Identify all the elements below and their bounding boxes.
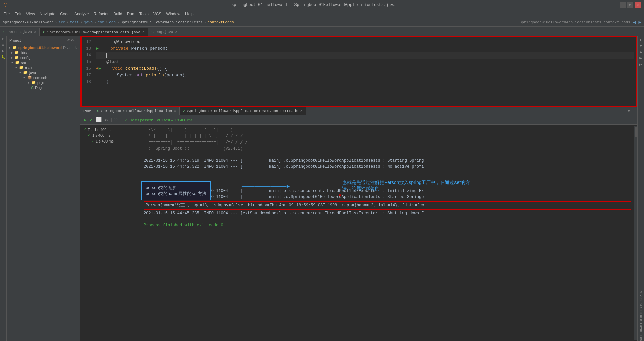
window-controls[interactable]: — ❐ ✕: [620, 2, 641, 8]
menu-code[interactable]: Code: [58, 11, 72, 17]
breakpoint-icon: ●: [96, 65, 99, 72]
menu-vcs[interactable]: VCS: [151, 11, 164, 17]
tree-idea[interactable]: ▶ 📁 .idea: [7, 50, 80, 55]
callout-arrow: ──────────────►: [241, 184, 290, 190]
callout-left-container: person类的无参 person类的name属性的set方法: [141, 181, 211, 200]
favorites-icon[interactable]: Favorites: [639, 323, 643, 341]
hide-icon[interactable]: —: [632, 109, 635, 113]
menu-view[interactable]: View: [24, 11, 37, 17]
run-check-button[interactable]: ✓: [89, 117, 93, 123]
project-gear-icon[interactable]: ⚙: [71, 38, 74, 43]
project-minimize-icon[interactable]: —: [75, 38, 77, 43]
sidebar-structure-icon[interactable]: ≡: [2, 43, 4, 47]
tab-tests-java[interactable]: C Springboot01HellowordApplicationTests.…: [40, 28, 148, 36]
nav-method[interactable]: contextLoads: [208, 20, 234, 24]
code-content[interactable]: @Autowired ▶ private Person person; @Tes…: [93, 37, 636, 106]
tree-root[interactable]: ▼ 📁 springboot-01-helloword D:\code\sp: [7, 45, 80, 50]
test-result-label: Tests passed: 1 of 1 test – 1 s 400 ms: [130, 118, 193, 122]
right-sidebar-icon4[interactable]: ⏮: [639, 56, 643, 60]
project-panel-icons: ⟳ ⚙ —: [67, 38, 77, 43]
project-sync-icon[interactable]: ⟳: [67, 38, 70, 43]
person-output-box: Person{name='张三', age=18, isHappy=false,…: [144, 201, 631, 210]
test-node-grandchild-label: 1 s 400 ms: [96, 139, 114, 143]
nav-project[interactable]: springboot-01-helloword: [3, 20, 54, 24]
breadcrumb-bar: springboot-01-helloword › src › test › j…: [0, 18, 644, 27]
test-node-grandchild[interactable]: ✓ 1 s 400 ms: [82, 138, 139, 144]
nav-test[interactable]: test: [70, 20, 79, 24]
structure-icon[interactable]: Structure: [639, 303, 643, 321]
tab-person-java[interactable]: C Person.java ×: [0, 28, 40, 36]
menu-run[interactable]: Run: [125, 11, 137, 17]
menu-tools[interactable]: Tools: [137, 11, 151, 17]
run-play-button[interactable]: ▶: [83, 117, 87, 123]
test-node-child-label: '1 s 400 ms: [92, 133, 110, 137]
menu-refactor[interactable]: Refactor: [92, 11, 111, 17]
maximize-button[interactable]: ❐: [627, 2, 633, 8]
tree-dog-label: Dog: [35, 86, 42, 90]
nav-com[interactable]: com: [98, 20, 104, 24]
tab-dog-java[interactable]: C Dog.java ×: [148, 28, 181, 36]
nav-java[interactable]: java: [84, 20, 93, 24]
tree-pojo[interactable]: ▼ 📁 pojo: [7, 80, 80, 85]
tree-src[interactable]: ▼ 📁 src: [7, 60, 80, 65]
nav-ceh[interactable]: ceh: [109, 20, 116, 24]
run-tab-app[interactable]: C Springboot01HellowordApplication ×: [94, 107, 180, 115]
run-rerun-button[interactable]: ↺: [104, 117, 109, 123]
tab-dog-close[interactable]: ×: [175, 30, 177, 34]
tree-main-label: main: [25, 66, 33, 70]
sidebar-debug-icon[interactable]: 🐛: [1, 55, 5, 59]
tree-main[interactable]: ▼ 📁 main: [7, 65, 80, 70]
tab-person-close[interactable]: ×: [34, 30, 36, 34]
run-tab-app-close[interactable]: ×: [174, 109, 176, 113]
arrow-icon: ▶: [11, 56, 13, 59]
right-sidebar-icon3[interactable]: ▲: [640, 50, 642, 54]
menu-navigate[interactable]: Navigate: [38, 11, 57, 17]
menu-help[interactable]: Help: [183, 11, 196, 17]
menu-edit[interactable]: Edit: [12, 11, 23, 17]
nav-right: Springboot01HellowordApplicationTests.co…: [520, 19, 641, 25]
tree-comceh[interactable]: ▼ 📦 com.ceh: [7, 75, 80, 80]
settings-icon[interactable]: ⚙: [628, 109, 630, 114]
right-sidebar-icon5[interactable]: ⏭: [639, 62, 643, 67]
run-tab-tests[interactable]: ✓ Springboot01HellowordApplicationTests.…: [180, 107, 306, 115]
run-more-icon[interactable]: >>: [114, 118, 118, 122]
right-sidebar-icon1[interactable]: ▶: [640, 38, 642, 42]
tree-java[interactable]: ▼ 📁 java: [7, 70, 80, 75]
tree-dog[interactable]: C Dog: [7, 85, 80, 90]
code-line-16: ● ▶ void contextLoads () {: [96, 65, 634, 72]
run-toolbar: ▶ ✓ ⬜ ↺ >> ✓ Tests passed: 1 of 1 test –…: [80, 115, 637, 125]
menu-window[interactable]: Window: [164, 11, 182, 17]
run-stop-button[interactable]: ⬜: [95, 117, 103, 123]
editor-area: 12 13 14 15 16 17 18 @Autowired ▶ privat…: [80, 36, 637, 341]
test-node-root[interactable]: ✓ Tes 1 s 400 ms: [82, 127, 139, 132]
nav-src[interactable]: src: [58, 20, 65, 24]
scrollbar-thumb[interactable]: [635, 127, 637, 137]
tree-java-label: java: [29, 71, 36, 75]
right-sidebar-icon2[interactable]: ▼: [640, 44, 642, 48]
code-editor[interactable]: 12 13 14 15 16 17 18 @Autowired ▶ privat…: [80, 36, 637, 107]
sidebar-run-icon[interactable]: ▶: [2, 49, 4, 53]
close-button[interactable]: ✕: [635, 2, 641, 8]
console-scrollbar[interactable]: [634, 126, 637, 340]
folder-icon: 📁: [19, 65, 24, 70]
run-tab-bar: Run: C Springboot01HellowordApplication …: [80, 107, 637, 115]
test-node-child[interactable]: ✓ '1 s 400 ms: [82, 132, 139, 138]
menu-build[interactable]: Build: [111, 11, 124, 17]
arrow-icon: ▼: [23, 76, 26, 79]
maven-icon[interactable]: Maven: [639, 291, 643, 301]
nav-arrows[interactable]: ◀ ▶: [633, 19, 641, 25]
minimize-button[interactable]: —: [620, 2, 626, 8]
tree-idea-label: .idea: [20, 51, 29, 55]
sidebar-project-icon[interactable]: P: [2, 38, 4, 41]
arrow-icon: ▼: [27, 81, 30, 84]
arrow-icon: ▼: [15, 66, 18, 69]
run-tab-tests-close[interactable]: ×: [300, 109, 302, 113]
tree-config[interactable]: ▶ 📁 config: [7, 55, 80, 60]
tab-tests-close[interactable]: ×: [142, 30, 144, 34]
console-person-output: Person{name='张三', age=18, isHappy=false,…: [146, 202, 629, 208]
arrow-icon: ▼: [8, 46, 11, 49]
callout-right-line2: 法，给属性赋值的: [342, 186, 470, 192]
menu-file[interactable]: File: [1, 11, 12, 17]
menu-analyze[interactable]: Analyze: [72, 11, 91, 17]
nav-class[interactable]: Springboot01HellowordApplicationTests: [121, 20, 203, 24]
